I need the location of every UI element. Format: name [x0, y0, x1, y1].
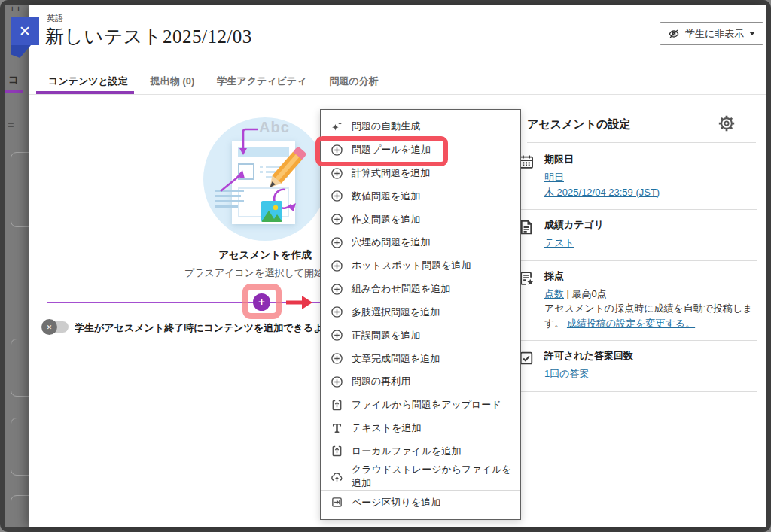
- illustration-image-icon: [261, 201, 282, 222]
- menu-item-label: 組み合わせ問題を追加: [352, 282, 450, 296]
- text-icon: [331, 421, 343, 434]
- circle-plus-icon: [331, 329, 343, 342]
- illustration-text-lines: [215, 190, 244, 192]
- settings-section-title: 採点: [544, 269, 757, 283]
- menu-item-label: 問題プールを追加: [352, 143, 431, 157]
- settings-link[interactable]: 明日: [544, 172, 564, 183]
- menu-item-label: 数値問題を追加: [352, 190, 420, 203]
- background-card: [11, 495, 29, 527]
- menu-item[interactable]: ローカルファイルを追加: [321, 439, 520, 463]
- menu-item[interactable]: テキストを追加: [321, 417, 520, 440]
- illustration-text-lines: [215, 205, 238, 208]
- menu-item[interactable]: 正誤問題を追加: [321, 324, 520, 347]
- menu-item-highlighted[interactable]: 問題プールを追加: [321, 138, 520, 162]
- menu-item-label: ホットスポット問題を追加: [352, 259, 471, 272]
- settings-section-title: 許可された答案回数: [544, 349, 633, 363]
- menu-item-label: クラウドストレージからファイルを追加: [352, 463, 520, 490]
- illustration-text-lines: [215, 200, 244, 202]
- file-upload-icon: [331, 399, 343, 412]
- circle-plus-icon: [331, 375, 343, 388]
- tab-question-analysis[interactable]: 問題の分析: [328, 68, 379, 94]
- illustration-doc-line: [266, 176, 288, 178]
- menu-item[interactable]: 数値問題を追加: [321, 184, 520, 208]
- settings-link[interactable]: 1回の答案: [544, 368, 590, 379]
- add-content-menu: 問題の自動生成問題プールを追加計算式問題を追加数値問題を追加作文問題を追加穴埋め…: [320, 109, 521, 520]
- settings-section-row: 点数 | 最高0点: [544, 287, 757, 302]
- eye-hidden-icon: [668, 28, 680, 40]
- tab-submissions[interactable]: 提出物 (0): [149, 68, 197, 94]
- page-title: 新しいテスト2025/12/03: [45, 24, 252, 49]
- menu-item-label: 多肢選択問題を追加: [352, 306, 440, 319]
- circle-plus-icon: [331, 260, 343, 272]
- assessment-settings-panel: 期限日明日木 2025/12/04 23:59 (JST)成績カテゴリテスト採点…: [518, 144, 757, 392]
- menu-item[interactable]: ページ区切りを追加: [321, 490, 520, 514]
- tab-student-activity[interactable]: 学生アクティビティ: [215, 68, 308, 94]
- menu-item[interactable]: 文章完成問題を追加: [321, 347, 520, 370]
- sparkle-icon: [331, 120, 343, 133]
- file-upload-icon: [331, 445, 343, 458]
- menu-item[interactable]: クラウドストレージからファイルを追加: [321, 463, 520, 490]
- menu-item[interactable]: 多肢選択問題を追加: [321, 301, 520, 324]
- menu-item-label: 穴埋め問題を追加: [352, 236, 431, 249]
- illustration-abc-text: Abc: [259, 119, 290, 136]
- insert-content-line: [47, 302, 320, 303]
- settings-section-body: 成績カテゴリテスト: [544, 218, 604, 251]
- close-panel-button[interactable]: ✕: [11, 17, 39, 45]
- settings-link[interactable]: 成績投稿の設定を変更する。: [567, 318, 695, 329]
- menu-item[interactable]: 穴埋め問題を追加: [321, 231, 520, 254]
- gear-icon[interactable]: [718, 115, 735, 132]
- toggle-off-knob[interactable]: ✕: [41, 319, 57, 335]
- settings-section-row: 木 2025/12/04 23:59 (JST): [544, 185, 660, 200]
- menu-item[interactable]: ホットスポット問題を追加: [321, 254, 520, 278]
- settings-section-body: 採点点数 | 最高0点アセスメントの採点時に成績を自動で投稿します。 成績投稿の…: [544, 269, 757, 331]
- settings-text: | 最高0点: [564, 288, 607, 299]
- menu-item[interactable]: 作文問題を追加: [321, 208, 520, 231]
- allow-add-content-toggle-label: 学生がアセスメント終了時にコンテンツを追加できるように: [75, 321, 320, 335]
- menu-item-label: 計算式問題を追加: [352, 166, 430, 180]
- settings-link[interactable]: 点数: [544, 288, 564, 299]
- circle-plus-icon: [331, 352, 343, 365]
- visibility-button[interactable]: 学生に非表示: [660, 22, 763, 45]
- menu-item[interactable]: 問題の再利用: [321, 370, 520, 394]
- illustration-doc-square: [238, 163, 254, 180]
- create-assessment-hint: プラスアイコンを選択して開始し: [184, 266, 334, 280]
- settings-link[interactable]: 木 2025/12/04 23:59 (JST): [544, 187, 660, 198]
- menu-item-label: 作文問題を追加: [352, 213, 420, 226]
- menu-item-label: 正誤問題を追加: [352, 329, 420, 342]
- settings-section: 期限日明日木 2025/12/04 23:59 (JST): [518, 144, 757, 210]
- tab-content-settings[interactable]: コンテンツと設定: [47, 68, 130, 94]
- circle-plus-icon: [331, 213, 343, 226]
- menu-item[interactable]: 計算式問題を追加: [321, 162, 520, 185]
- circle-plus-icon: [331, 283, 343, 296]
- screenshot-frame: ⊥⊥ コ = ✕ 英語 新しいテスト2025/12/03 学生に非表示 コンテン…: [0, 0, 771, 532]
- settings-section-row: テスト: [544, 236, 604, 251]
- close-icon: ✕: [19, 23, 31, 40]
- settings-section: 採点点数 | 最高0点アセスメントの採点時に成績を自動で投稿します。 成績投稿の…: [518, 261, 757, 342]
- menu-item-label: ローカルファイルを追加: [352, 445, 461, 458]
- create-assessment-heading: アセスメントを作成: [197, 248, 333, 262]
- circle-plus-icon: [331, 190, 343, 202]
- settings-section-row: 1回の答案: [544, 366, 633, 382]
- illustration-doc-line: [260, 171, 263, 173]
- menu-item[interactable]: ファイルから問題をアップロード: [321, 394, 520, 417]
- menu-item[interactable]: 問題の自動生成: [321, 115, 520, 138]
- add-content-plus-button[interactable]: +: [253, 293, 270, 311]
- menu-item-label: 問題の自動生成: [352, 120, 420, 133]
- settings-section-body: 許可された答案回数1回の答案: [544, 349, 633, 382]
- illustration-doc-header: [238, 147, 289, 157]
- background-tab-underline: [5, 90, 23, 93]
- settings-link[interactable]: テスト: [544, 237, 574, 248]
- toggle-x-icon: ✕: [47, 324, 53, 331]
- visibility-button-label: 学生に非表示: [685, 27, 744, 41]
- course-label: 英語: [47, 13, 63, 24]
- background-fragment-text: =: [8, 118, 14, 131]
- background-card: [11, 339, 29, 397]
- illustration-doc-line: [266, 166, 288, 168]
- circle-plus-icon: [331, 306, 343, 318]
- cloud-upload-icon: [331, 470, 343, 483]
- page-break-icon: [331, 496, 343, 509]
- menu-item[interactable]: 組み合わせ問題を追加: [321, 278, 520, 301]
- settings-section: 許可された答案回数1回の答案: [518, 341, 757, 392]
- settings-section-title: 期限日: [544, 153, 660, 166]
- circle-plus-icon: [331, 144, 343, 157]
